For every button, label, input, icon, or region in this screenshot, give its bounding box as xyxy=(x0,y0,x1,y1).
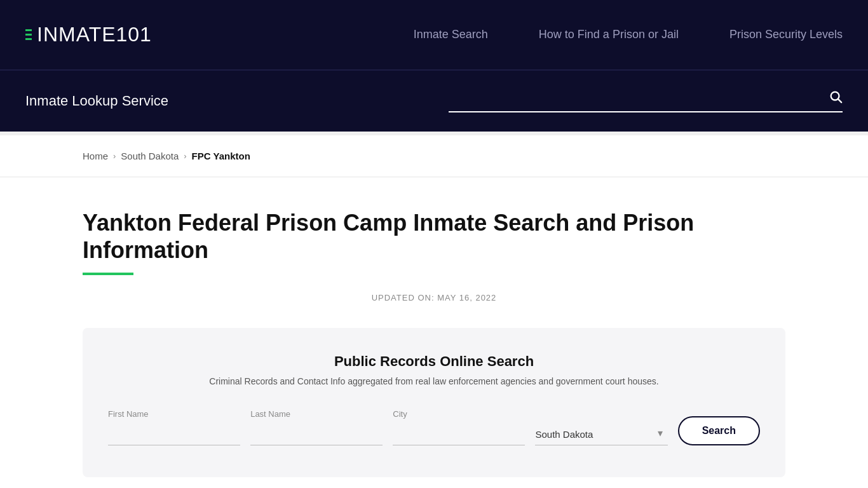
last-name-field: Last Name xyxy=(250,409,383,445)
logo-link[interactable]: INMATE101 xyxy=(25,23,152,46)
service-label: Inmate Lookup Service xyxy=(25,93,168,109)
breadcrumb-state[interactable]: South Dakota xyxy=(121,151,179,161)
last-name-input[interactable] xyxy=(250,424,383,445)
nav-inmate-search[interactable]: Inmate Search xyxy=(414,28,488,41)
breadcrumb: Home › South Dakota › FPC Yankton xyxy=(0,135,868,177)
title-underline xyxy=(83,273,133,275)
search-icon xyxy=(829,90,843,104)
logo-text: INMATE101 xyxy=(37,23,152,46)
search-section: Inmate Lookup Service xyxy=(0,70,868,132)
search-form-row: First Name Last Name City AlabamaAlaskaA… xyxy=(108,409,760,445)
svg-line-1 xyxy=(838,99,841,102)
first-name-input[interactable] xyxy=(108,424,240,445)
updated-label: UPDATED ON: MAY 16, 2022 xyxy=(83,293,785,302)
city-label: City xyxy=(393,409,525,419)
state-select-wrapper: AlabamaAlaskaArizonaArkansasCaliforniaCo… xyxy=(535,424,667,445)
first-name-label: First Name xyxy=(108,409,240,419)
top-search-button[interactable] xyxy=(829,90,843,107)
state-select[interactable]: AlabamaAlaskaArizonaArkansasCaliforniaCo… xyxy=(535,424,667,445)
top-navigation: INMATE101 Inmate Search How to Find a Pr… xyxy=(0,0,868,70)
nav-security-levels[interactable]: Prison Security Levels xyxy=(729,28,843,41)
breadcrumb-home[interactable]: Home xyxy=(83,151,108,161)
last-name-label: Last Name xyxy=(250,409,383,419)
search-bar xyxy=(449,90,843,112)
public-records-subtitle: Criminal Records and Contact Info aggreg… xyxy=(108,376,760,386)
nav-find-prison[interactable]: How to Find a Prison or Jail xyxy=(539,28,679,41)
public-records-title: Public Records Online Search xyxy=(108,353,760,370)
page-title: Yankton Federal Prison Camp Inmate Searc… xyxy=(83,209,785,264)
public-records-box: Public Records Online Search Criminal Re… xyxy=(83,328,785,477)
breadcrumb-current: FPC Yankton xyxy=(192,151,250,161)
top-search-input[interactable] xyxy=(449,92,829,105)
logo-bars-icon xyxy=(25,29,32,40)
main-content: Yankton Federal Prison Camp Inmate Searc… xyxy=(0,177,868,488)
breadcrumb-chevron-2: › xyxy=(184,151,186,161)
breadcrumb-chevron-1: › xyxy=(113,151,116,161)
nav-links: Inmate Search How to Find a Prison or Ja… xyxy=(414,28,843,41)
search-button[interactable]: Search xyxy=(678,416,760,445)
first-name-field: First Name xyxy=(108,409,240,445)
city-input[interactable] xyxy=(393,424,525,445)
city-field: City xyxy=(393,409,525,445)
